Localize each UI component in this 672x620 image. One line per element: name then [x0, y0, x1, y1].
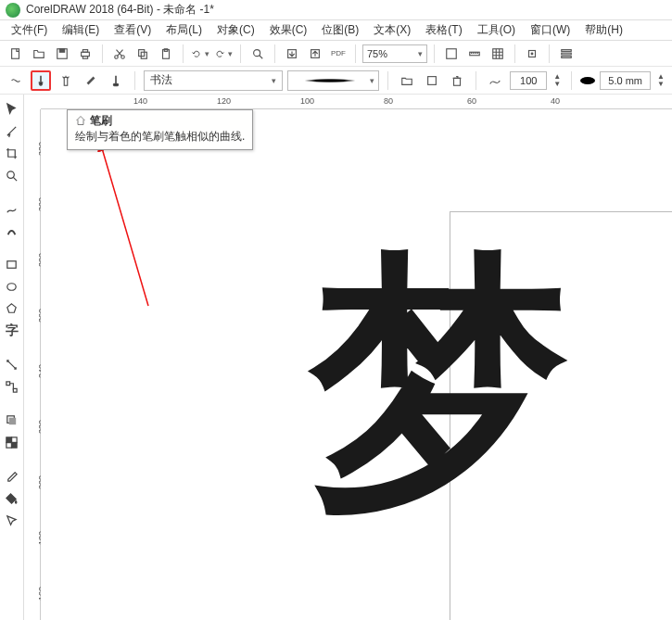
artistic-media-tool[interactable]	[2, 221, 22, 241]
menu-bitmap[interactable]: 位图(B)	[314, 20, 366, 40]
stroke-width-input[interactable]: 5.0 mm	[600, 71, 651, 90]
brush-category-select[interactable]: 书法	[144, 70, 283, 91]
svg-rect-2	[59, 48, 64, 52]
zoom-level[interactable]: 75%	[362, 44, 427, 63]
import-button[interactable]	[282, 44, 302, 64]
ruler-tick: 80	[384, 96, 393, 106]
drop-shadow-tool[interactable]	[2, 410, 22, 430]
parallel-dim-tool[interactable]	[2, 354, 22, 374]
annotation-arrow	[93, 139, 176, 315]
ellipse-tool[interactable]	[2, 276, 22, 297]
crop-tool[interactable]	[2, 143, 22, 163]
svg-rect-17	[493, 48, 503, 58]
svg-point-12	[254, 49, 260, 56]
save-button[interactable]	[52, 44, 72, 64]
menu-text[interactable]: 文本(X)	[366, 20, 418, 40]
svg-point-29	[7, 283, 16, 290]
canvas[interactable]: 笔刷 绘制与着色的笔刷笔触相似的曲线. 梦	[41, 109, 672, 620]
grid-button[interactable]	[488, 44, 508, 64]
paste-button[interactable]	[156, 44, 176, 64]
standard-toolbar: PDF 75%	[0, 41, 672, 67]
artwork-character[interactable]: 梦	[310, 203, 560, 571]
brush-category-value: 书法	[150, 72, 172, 88]
svg-rect-0	[12, 48, 19, 58]
svg-rect-23	[64, 77, 68, 85]
copy-button[interactable]	[133, 44, 153, 64]
freehand-tool[interactable]	[2, 198, 22, 219]
preset-mode-button[interactable]	[6, 70, 26, 91]
redo-button[interactable]	[213, 44, 234, 64]
pick-tool[interactable]	[2, 98, 22, 119]
svg-point-27	[7, 171, 15, 178]
ruler-tick: 100	[300, 96, 314, 106]
canvas-area: 140 120 100 80 60 40 320 300 280 260 240…	[24, 95, 672, 620]
brush-mode-button[interactable]	[31, 70, 51, 91]
transparency-tool[interactable]	[2, 432, 22, 452]
eyedropper-tool[interactable]	[2, 465, 22, 486]
menu-layout[interactable]: 布局(L)	[158, 20, 209, 40]
cut-button[interactable]	[109, 44, 130, 64]
menubar: 文件(F) 编辑(E) 查看(V) 布局(L) 对象(C) 效果(C) 位图(B…	[0, 20, 672, 41]
text-tool[interactable]: 字	[2, 321, 22, 341]
tooltip: 笔刷 绘制与着色的笔刷笔触相似的曲线.	[67, 109, 253, 150]
menu-effect[interactable]: 效果(C)	[262, 20, 315, 40]
shape-tool[interactable]	[2, 120, 22, 141]
snap-button[interactable]	[522, 44, 542, 64]
connector-tool[interactable]	[2, 376, 22, 397]
svg-rect-22	[562, 56, 572, 57]
calligraphic-mode-button[interactable]	[81, 70, 101, 91]
smoothing-input[interactable]: 100	[510, 71, 547, 90]
pressure-mode-button[interactable]	[106, 70, 126, 91]
stroke-width-value: 5.0 mm	[608, 75, 642, 86]
delete-brush-button[interactable]	[447, 70, 467, 91]
print-button[interactable]	[75, 44, 95, 64]
menu-table[interactable]: 表格(T)	[418, 20, 469, 40]
zoom-tool[interactable]	[2, 165, 22, 185]
fill-tool[interactable]	[2, 487, 22, 508]
polygon-tool[interactable]	[2, 298, 22, 319]
search-button[interactable]	[247, 44, 268, 64]
svg-rect-25	[428, 76, 437, 84]
menu-window[interactable]: 窗口(W)	[523, 20, 577, 40]
smoothing-icon	[485, 70, 505, 91]
svg-rect-3	[82, 52, 90, 56]
svg-rect-34	[6, 437, 12, 442]
menu-file[interactable]: 文件(F)	[4, 20, 55, 40]
horizontal-ruler[interactable]: 140 120 100 80 60 40	[41, 95, 672, 109]
vertical-ruler[interactable]: 320 300 280 260 240 220 200 180 160	[24, 109, 41, 620]
menu-help[interactable]: 帮助(H)	[577, 20, 630, 40]
tooltip-desc: 绘制与着色的笔刷笔触相似的曲线.	[75, 129, 245, 145]
sprayer-mode-button[interactable]	[56, 70, 76, 91]
menu-object[interactable]: 对象(C)	[209, 20, 262, 40]
width-stepper[interactable]: ▲▼	[655, 70, 666, 91]
rulers-button[interactable]	[464, 44, 485, 64]
menu-view[interactable]: 查看(V)	[107, 20, 158, 40]
rectangle-tool[interactable]	[2, 254, 22, 274]
publish-pdf-button[interactable]: PDF	[328, 44, 349, 64]
fullscreen-button[interactable]	[441, 44, 462, 64]
svg-rect-35	[12, 442, 18, 448]
svg-rect-28	[7, 260, 16, 268]
menu-tools[interactable]: 工具(O)	[470, 20, 523, 40]
svg-rect-21	[562, 53, 572, 55]
browse-button[interactable]	[397, 70, 417, 91]
svg-rect-5	[82, 56, 87, 58]
options-button[interactable]	[556, 44, 577, 64]
property-bar: 书法 100 ▲▼ 5.0 mm ▲▼	[0, 67, 672, 95]
smoothing-stepper[interactable]: ▲▼	[552, 70, 563, 91]
titlebar: CorelDRAW 2018 (64-Bit) - 未命名 -1*	[0, 0, 672, 20]
outline-tool[interactable]	[2, 510, 22, 530]
ruler-tick: 140	[133, 96, 147, 106]
svg-rect-33	[9, 417, 17, 424]
undo-button[interactable]	[190, 44, 210, 64]
smoothing-value: 100	[520, 75, 537, 86]
svg-point-19	[531, 53, 533, 55]
menu-edit[interactable]: 编辑(E)	[55, 20, 107, 40]
save-brush-button[interactable]	[422, 70, 442, 91]
brush-stroke-preview[interactable]	[287, 70, 380, 91]
open-button[interactable]	[29, 44, 49, 64]
width-icon	[580, 77, 595, 84]
svg-rect-20	[562, 49, 572, 51]
new-button[interactable]	[6, 44, 26, 64]
export-button[interactable]	[305, 44, 325, 64]
